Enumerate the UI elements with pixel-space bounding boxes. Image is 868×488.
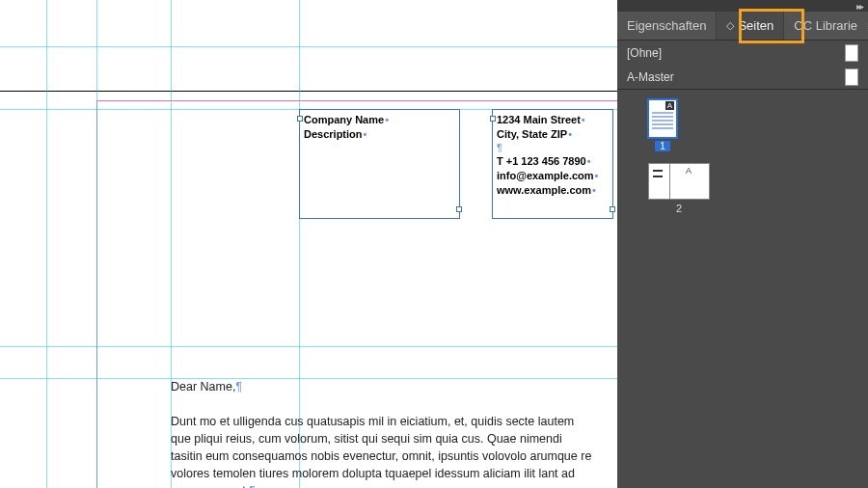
guide-horizontal[interactable]	[0, 346, 617, 347]
pages-panel: ▸▸ Eigenschaften ◇Seiten CC Librarie ≡ […	[617, 0, 868, 488]
salutation: Dear Name,	[171, 380, 235, 393]
address-line2: City, State ZIP	[497, 128, 572, 140]
master-none-label: [Ohne]	[627, 46, 662, 60]
company-description: Description	[304, 128, 366, 140]
tab-properties[interactable]: Eigenschaften	[617, 12, 717, 40]
text-frame-address[interactable]: 1234 Main Street City, State ZIP ¶ T +1 …	[492, 109, 613, 219]
master-thumb	[845, 44, 858, 62]
address-line1: 1234 Main Street	[497, 114, 585, 125]
guide-vertical[interactable]	[46, 0, 47, 488]
panel-tabs: Eigenschaften ◇Seiten CC Librarie ≡	[617, 12, 868, 41]
page-number-2: 2	[676, 203, 682, 214]
page-thumb-2[interactable]: A 2	[648, 163, 710, 214]
tab-pages[interactable]: ◇Seiten	[717, 12, 784, 40]
masters-section: [Ohne] A-Master	[617, 41, 868, 90]
master-letter: A	[686, 166, 692, 176]
page-number-1: 1	[655, 141, 670, 151]
collapse-icon[interactable]: ▸▸	[856, 1, 862, 12]
company-name: Company Name	[304, 114, 389, 125]
address-email: info@example.com	[497, 170, 598, 181]
page-thumb-1[interactable]: A 1	[648, 99, 677, 151]
guide-vertical[interactable]	[96, 0, 97, 488]
page-edge-top	[0, 91, 617, 92]
master-a-label: A-Master	[627, 70, 674, 84]
sort-icon: ◇	[726, 19, 734, 32]
address-web: www.example.com	[497, 184, 596, 196]
master-letter: A	[665, 101, 674, 110]
body-text-frame[interactable]: Dear Name,¶ Dunt mo et ulligenda cus qua…	[171, 378, 595, 488]
document-canvas[interactable]: Company Name Description 1234 Main Stree…	[0, 0, 617, 488]
text-frame-company[interactable]: Company Name Description	[299, 109, 460, 219]
panel-dock-bar[interactable]: ▸▸	[617, 0, 868, 12]
master-none[interactable]: [Ohne]	[617, 41, 868, 65]
tab-cc-libraries[interactable]: CC Librarie	[784, 12, 867, 40]
address-tel: T +1 123 456 7890	[497, 155, 591, 167]
guide-horizontal[interactable]	[0, 46, 617, 47]
master-a[interactable]: A-Master	[617, 65, 868, 89]
master-thumb	[845, 68, 858, 86]
body-paragraph-1: Dunt mo et ulligenda cus quatusapis mil …	[171, 415, 591, 488]
pages-thumbnails[interactable]: A 1 A 2	[617, 90, 868, 488]
